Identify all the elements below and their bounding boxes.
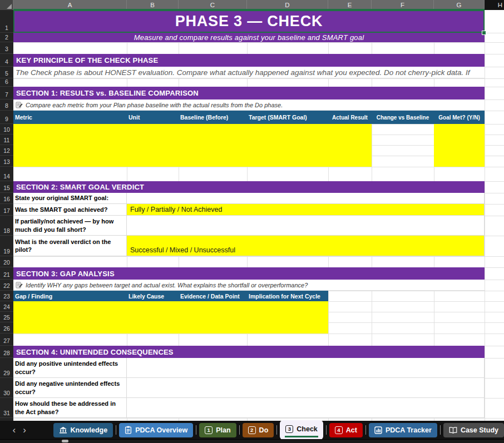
row-header-17[interactable]: 17 bbox=[0, 204, 13, 216]
table-header-cell[interactable]: Unit bbox=[127, 111, 179, 124]
row-header-8[interactable]: 8 bbox=[0, 99, 13, 111]
yellow-input-block-metrics[interactable] bbox=[13, 124, 372, 167]
row-header-9[interactable]: 9 bbox=[0, 111, 13, 124]
fill-handle[interactable] bbox=[482, 31, 486, 35]
table-header-cell[interactable]: Change vs Baseline bbox=[372, 111, 434, 124]
label-cell[interactable]: How should these be addressed in the Act… bbox=[13, 398, 127, 418]
row-header-22[interactable]: 22 bbox=[0, 280, 13, 291]
row-negative-effects: Did any negative unintended effects occu… bbox=[13, 378, 485, 398]
row-header-13[interactable]: 13 bbox=[0, 156, 13, 167]
status-partial-icon bbox=[62, 440, 68, 442]
cell-key-principle-body[interactable]: The Check phase is about HONEST evaluati… bbox=[13, 67, 485, 78]
yellow-input-block-gaps[interactable] bbox=[13, 301, 328, 334]
section-header-1[interactable]: SECTION 1: RESULTS vs. BASELINE COMPARIS… bbox=[13, 87, 485, 99]
row-header-29[interactable]: 29 bbox=[0, 358, 13, 378]
label-cell[interactable]: Did any negative unintended effects occu… bbox=[13, 378, 127, 398]
table-header-cell[interactable]: Baseline (Before) bbox=[179, 111, 247, 124]
tab-separator bbox=[440, 425, 441, 435]
table-header-cell[interactable]: Target (SMART Goal) bbox=[247, 111, 328, 124]
sheet-tab-pdca-tracker[interactable]: PDCA Tracker bbox=[369, 423, 437, 437]
table-header-cell[interactable]: Evidence / Data Point bbox=[179, 291, 247, 301]
row-header-31[interactable]: 31 bbox=[0, 398, 13, 418]
input-cell[interactable] bbox=[127, 358, 485, 378]
row-header-27[interactable]: 27 bbox=[0, 334, 13, 346]
row-header-5[interactable]: 5 bbox=[0, 67, 13, 78]
table-header-cell[interactable]: Goal Met? (Y/N) bbox=[434, 111, 485, 124]
label-cell[interactable]: What is the overall verdict on the pilot… bbox=[13, 236, 127, 256]
label-cell[interactable]: State your original SMART goal: bbox=[13, 193, 127, 204]
cell-section1-note[interactable]: Compare each metric from your Plan phase… bbox=[13, 99, 485, 111]
sheet-tab-check[interactable]: 3Check bbox=[280, 420, 323, 440]
input-cell[interactable]: Fully / Partially / Not Achieved bbox=[127, 204, 485, 216]
row-header-4[interactable]: 4 bbox=[0, 54, 13, 67]
row-goal-achieved: Was the SMART goal achieved? Fully / Par… bbox=[13, 204, 485, 216]
sheet-tab-label: Do bbox=[259, 426, 269, 434]
select-all-corner[interactable] bbox=[0, 0, 13, 10]
label-cell[interactable]: Was the SMART goal achieved? bbox=[13, 204, 127, 216]
input-cell[interactable] bbox=[127, 193, 485, 204]
cell-title[interactable]: PHASE 3 — CHECK bbox=[13, 10, 485, 33]
row-header-28[interactable]: 28 bbox=[0, 346, 13, 358]
input-cell[interactable] bbox=[127, 378, 485, 398]
table-header-cell[interactable]: Metric bbox=[13, 111, 127, 124]
sheet-tab-plan[interactable]: 1Plan bbox=[199, 423, 236, 437]
input-cell[interactable]: Successful / Mixed / Unsuccessful bbox=[127, 236, 485, 256]
row-header-23[interactable]: 23 bbox=[0, 291, 13, 301]
spreadsheet-app: PHASE 3 — CHECK Measure and compare resu… bbox=[0, 0, 504, 443]
row-header-3[interactable]: 3 bbox=[0, 42, 13, 54]
section-header-2[interactable]: SECTION 2: SMART GOAL VERDICT bbox=[13, 181, 485, 193]
table-header-cell[interactable]: Actual Result bbox=[328, 111, 372, 124]
input-cell[interactable] bbox=[127, 398, 485, 418]
cell-subtitle[interactable]: Measure and compare results against your… bbox=[13, 33, 485, 42]
sheet-tab-do[interactable]: 2Do bbox=[243, 423, 274, 437]
section-header-4[interactable]: SECTION 4: UNINTENDED CONSEQUENCES bbox=[13, 346, 485, 358]
row-header-7[interactable]: 7 bbox=[0, 87, 13, 99]
table-header-cell[interactable]: Likely Cause bbox=[127, 291, 179, 301]
sheet-nav-next-icon[interactable]: › bbox=[19, 425, 30, 435]
row-header-26[interactable]: 26 bbox=[0, 322, 13, 334]
sheet-tab-label: PDCA Tracker bbox=[386, 426, 432, 434]
row-header-10[interactable]: 10 bbox=[0, 124, 13, 135]
sheet-tab-pdca-overview[interactable]: PDCA Overview bbox=[119, 423, 193, 437]
selection-header-underline bbox=[13, 9, 485, 10]
tab-separator bbox=[116, 425, 116, 435]
sheet-tab-act[interactable]: 4Act bbox=[329, 423, 363, 437]
table-header-cell[interactable]: Implication for Next Cycle bbox=[247, 291, 328, 301]
row-header-2[interactable]: 2 bbox=[0, 33, 13, 42]
sheet-nav-prev-icon[interactable]: ‹ bbox=[9, 425, 19, 435]
row-header-1[interactable]: 1 bbox=[0, 10, 13, 33]
section3-note-text: Identify WHY any gaps between target and… bbox=[26, 282, 308, 288]
column-header-H[interactable]: H bbox=[485, 0, 504, 10]
row-header-24[interactable]: 24 bbox=[0, 301, 13, 312]
label-cell[interactable]: Did any positive unintended effects occu… bbox=[13, 358, 127, 378]
row-smart-goal: State your original SMART goal: bbox=[13, 193, 485, 204]
input-cell[interactable] bbox=[127, 216, 485, 236]
row-header-14[interactable]: 14 bbox=[0, 167, 13, 181]
label-cell[interactable]: If partially/not achieved — by how much … bbox=[13, 216, 127, 236]
row-header-6[interactable]: 6 bbox=[0, 78, 13, 87]
row-header-21[interactable]: 21 bbox=[0, 267, 13, 280]
row-header-18[interactable]: 18 bbox=[0, 216, 13, 236]
section1-table-header-row: MetricUnitBaseline (Before)Target (SMART… bbox=[13, 111, 485, 124]
row-header-gutter: 1234567891011121314151617181920212223242… bbox=[0, 10, 13, 421]
section-header-key-principle[interactable]: KEY PRINCIPLE OF THE CHECK PHASE bbox=[13, 54, 485, 67]
row-header-11[interactable]: 11 bbox=[0, 135, 13, 145]
open-book-icon bbox=[449, 427, 457, 434]
row-header-16[interactable]: 16 bbox=[0, 193, 13, 204]
row-header-30[interactable]: 30 bbox=[0, 378, 13, 398]
section-header-3[interactable]: SECTION 3: GAP ANALYSIS bbox=[13, 267, 485, 280]
sheet-tab-case-study[interactable]: Case Study bbox=[443, 423, 504, 437]
clipboard-icon bbox=[125, 426, 132, 434]
table-header-cell[interactable]: Gap / Finding bbox=[13, 291, 127, 301]
row-header-20[interactable]: 20 bbox=[0, 256, 13, 267]
cell-section3-note[interactable]: Identify WHY any gaps between target and… bbox=[13, 280, 485, 291]
row-header-19[interactable]: 19 bbox=[0, 236, 13, 256]
tab-separator bbox=[196, 425, 196, 435]
sheet-tab-knowledge[interactable]: Knowledge bbox=[53, 423, 113, 437]
yellow-input-block-goal-met[interactable] bbox=[434, 124, 485, 167]
sheet-tab-label: Knowledge bbox=[71, 426, 108, 434]
row-header-12[interactable]: 12 bbox=[0, 145, 13, 156]
tab-separator bbox=[326, 425, 327, 435]
row-header-15[interactable]: 15 bbox=[0, 181, 13, 193]
row-header-25[interactable]: 25 bbox=[0, 312, 13, 322]
